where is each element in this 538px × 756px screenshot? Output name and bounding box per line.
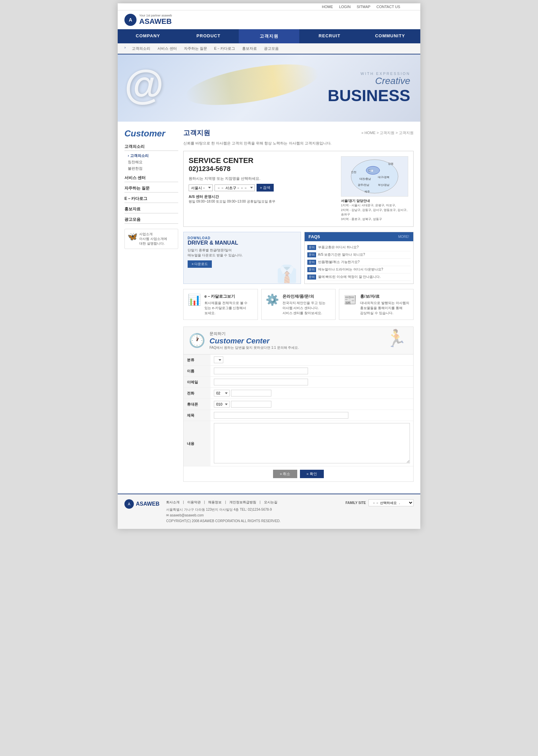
email-input[interactable] (214, 379, 308, 385)
confirm-button[interactable]: » 확인 (300, 470, 324, 478)
region-select-1[interactable]: 서울시－ (189, 184, 213, 191)
form-buttons: » 취소 » 확인 (184, 466, 413, 481)
cancel-button[interactable]: » 취소 (273, 470, 297, 478)
icon-box-2[interactable]: 📰 홍/보/자/료 대내외적으로 발행되는 아사웹의 홍보물들을 통해이지를 통… (339, 289, 414, 320)
map-legend-1: 2지역 - 강남구, 강동구, 강서구, 영등포구, 강서구, 송파구 (341, 208, 408, 217)
sidebar-item-0-1[interactable]: 칭찬해요 (124, 159, 178, 165)
form-cell-content (210, 421, 413, 466)
subject-input[interactable] (214, 412, 348, 419)
footer-link-1[interactable]: 이용약관 (187, 499, 201, 505)
map-legend-2: 3지역 - 종로구, 성북구, 성동구 (341, 217, 408, 222)
sidebar-section-0: 고객의소리 › 고객의소리 칭찬해요 불편한점 (124, 144, 178, 172)
svg-text:제주: 제주 (364, 190, 370, 193)
subnav-item-4[interactable]: 홍보자료 (239, 45, 260, 52)
form-label-email: 이메일 (184, 377, 210, 388)
subnav-item-2[interactable]: 자주하는 질문 (181, 45, 210, 52)
nav-item-community[interactable]: COMMUNITY (360, 29, 420, 43)
nav-item-customer[interactable]: 고객지원 (239, 29, 299, 43)
download-title: DRIVER & MANUAL (188, 240, 297, 246)
top-link-contact[interactable]: CONTACT US (377, 5, 400, 9)
sidebar-section-title-3[interactable]: E－카다로그 (124, 196, 178, 203)
page-header: 고객지원 » HOME > 고객지원 > 고객지원 (183, 128, 414, 137)
sidebar-item-0-2[interactable]: 불편한점 (124, 165, 178, 172)
footer-address: 서울특별시 가나구 다라동 123번지 아사빌딩 4층 TEL: 02)1234… (166, 507, 339, 512)
faq-item-2: 문의 반품/환불/취소 가능한가요? (307, 259, 411, 266)
service-desc: 원하시는 지역명 또는 지점명을 선택하세요. (189, 176, 336, 181)
faq-badge-3: 문의 (307, 267, 316, 272)
nav-item-product[interactable]: PRODUCT (178, 29, 239, 43)
faq-badge-0: 문의 (307, 245, 316, 250)
form-label-content: 내용 (184, 421, 210, 466)
icon-box-content-0: e－카달로그보기 회사제품을 전체적으로 볼 수 있는 e-카달로그를 신청해서… (204, 293, 247, 316)
sidebar-section-5: 광고모음 (124, 217, 178, 224)
service-hours: 평일 09:00~18:00 토요일 09:00~13:00 공휴일/일요일 휴… (189, 199, 336, 204)
nav-item-recruit[interactable]: RECRUIT (299, 29, 360, 43)
logo-area: A Your 1st partner asaweb ASAWEB (124, 14, 172, 26)
footer-family-select[interactable]: －－ 선택하세요 ． (369, 499, 414, 506)
map-legend-0: 1지역 - 서울시 서대문구, 은평구, 마포구, (341, 203, 408, 208)
icon-box-content-2: 홍/보/자/료 대내외적으로 발행되는 아사웹의 홍보물들을 통해이지를 통해 … (360, 293, 409, 316)
form-label-name: 이름 (184, 366, 210, 377)
name-input[interactable] (214, 368, 308, 374)
breadcrumb: » HOME > 고객지원 > 고객지원 (361, 130, 414, 135)
sidebar-section-3: E－카다로그 (124, 196, 178, 203)
download-label: DOWNLOAD (188, 236, 297, 240)
footer-link-3[interactable]: 개인정보취급방침 (229, 499, 256, 505)
clock-icon: 🕐 (189, 333, 205, 348)
content-textarea[interactable] (214, 423, 410, 463)
region-select-2[interactable]: －－ 서초구－－－ (215, 184, 255, 191)
service-phone: 02)1234-5678 (189, 165, 336, 173)
phone-input[interactable] (231, 390, 271, 396)
svg-text:강원: 강원 (388, 162, 393, 165)
footer-logo-icon: A (124, 499, 134, 509)
faq-badge-1: 문의 (307, 252, 316, 257)
phone-prefix-select[interactable]: 02031032 (214, 390, 230, 396)
top-link-home[interactable]: HOME (322, 5, 333, 9)
catalog-icon: 📊 (188, 293, 201, 306)
sidebar-section-4: 홍보자료 (124, 206, 178, 213)
sidebar-title: Customer (124, 128, 178, 139)
promo-text: 사업소개 아사웹 사업소개에 대한 설명합니다. (139, 232, 167, 246)
faq-more[interactable]: MORE! (398, 235, 409, 239)
sidebar-section-title-2[interactable]: 자주하는 질문 (124, 185, 178, 193)
svg-text:인천: 인천 (351, 171, 356, 174)
logo-text: ASAWEB (139, 17, 172, 26)
main-content: 고객지원 » HOME > 고객지원 > 고객지원 신뢰를 바탕으로 한 아사웹… (183, 128, 414, 487)
sidebar-section-title-1[interactable]: 서비스 센터 (124, 175, 178, 182)
mobile-input[interactable] (231, 401, 271, 408)
form-row-category: 분류 (184, 354, 413, 366)
footer-link-4[interactable]: 오시는길 (264, 499, 277, 505)
top-link-sitmap[interactable]: SITMAP (357, 5, 371, 9)
icon-box-0[interactable]: 📊 e－카달로그보기 회사제품을 전체적으로 볼 수 있는 e-카달로그를 신청… (183, 289, 258, 320)
sidebar-item-0-0[interactable]: › 고객의소리 (124, 153, 178, 159)
customer-center-header: 🕐 문의하기 Customer Center FAQ에서 원하는 답변을 찾지 … (184, 327, 413, 354)
faq-list: 문의 부품교환은 어디서 하니요? 문의 A/S 보증기간은 얼마나 되니요? … (305, 241, 414, 284)
contact-form: 분류 이름 이메일 (184, 354, 413, 466)
subnav-item-3[interactable]: E－카다로그 (212, 45, 238, 52)
form-cell-email (210, 377, 413, 388)
subnav-item-1[interactable]: 서비스 센터 (155, 45, 180, 52)
subnav-item-5[interactable]: 광고모음 (261, 45, 281, 52)
hero-banner: @ WITH EXPRESSION Creative BUSINESS (118, 54, 420, 122)
mobile-prefix-select[interactable]: 010011016 (214, 401, 230, 408)
sidebar-section-title-5[interactable]: 광고모음 (124, 217, 178, 224)
nav-item-company[interactable]: COMPANY (118, 29, 178, 43)
icon-box-1[interactable]: ⚙️ 온라인제/품/문/의 전국각지 제안인을 두고 있는 아사웹 서비스 센터… (261, 289, 336, 320)
subnav-item-0[interactable]: 고객의소리 (129, 45, 153, 52)
top-link-login[interactable]: LOGIN (339, 5, 350, 9)
faq-badge-4: 문의 (307, 275, 316, 280)
footer-link-2[interactable]: 채용정보 (208, 499, 222, 505)
logo-tagline: Your 1st partner asaweb (139, 14, 172, 17)
download-button[interactable]: » 다운로드 (188, 260, 212, 268)
top-bar: HOME LOGIN SITMAP CONTACT US (118, 3, 420, 10)
category-select[interactable] (214, 356, 223, 363)
faq-header: FAQ5 MORE! (305, 232, 414, 241)
service-hours-title: A/S 센터 운영시간 (189, 194, 336, 199)
search-button[interactable]: » 검색 (257, 184, 274, 192)
form-row-name: 이름 (184, 366, 413, 377)
service-center-title: SERVICE CENTER (189, 156, 336, 165)
footer-link-0[interactable]: 회사소개 (166, 499, 180, 505)
faq-badge-2: 문의 (307, 260, 316, 265)
hero-left: @ (118, 54, 219, 122)
sidebar-section-title-4[interactable]: 홍보자료 (124, 206, 178, 213)
